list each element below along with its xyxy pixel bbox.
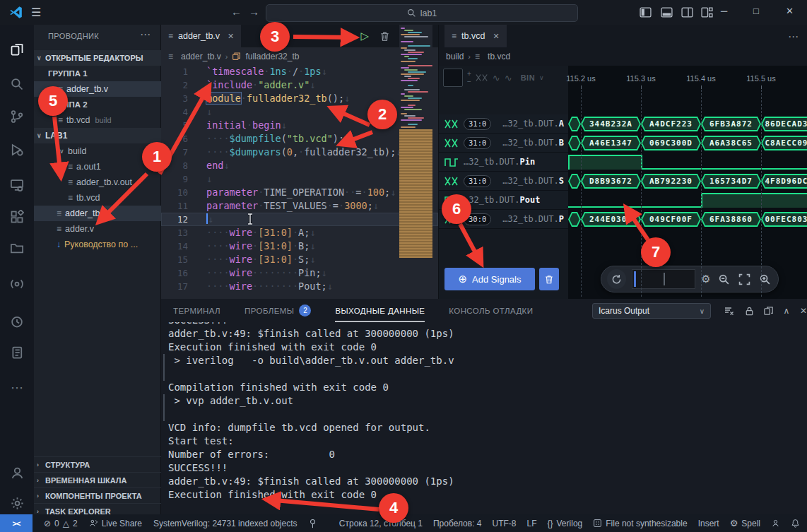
- insert-mode-status[interactable]: Insert: [698, 519, 719, 528]
- open-editors-header[interactable]: ∨ ОТКРЫТЫЕ РЕДАКТОРЫ: [34, 50, 161, 66]
- feedback-icon[interactable]: [771, 519, 780, 528]
- code-line-5[interactable]: 5initial·begin↓: [161, 119, 438, 132]
- panel-tab-консоль-отладки[interactable]: КОНСОЛЬ ОТЛАДКИ: [449, 299, 533, 322]
- code-line-1[interactable]: 1`timescale·1ns·/·1ps↓: [161, 65, 438, 78]
- signal-a[interactable]: 31:0…32_tb.DUT.A: [439, 114, 568, 134]
- code-line-17[interactable]: 17····wire········Pout;↓: [161, 280, 438, 293]
- wave-breadcrumb[interactable]: build › ≡ tb.vcd: [446, 47, 510, 65]
- minimap[interactable]: [399, 25, 432, 299]
- signal-s[interactable]: 31:0…32_tb.DUT.S: [439, 172, 568, 191]
- spell-checker-status[interactable]: ⚙Spell: [730, 518, 760, 528]
- code-area[interactable]: 1`timescale·1ns·/·1ps↓2`include·"adder.v…: [161, 65, 438, 299]
- run-button[interactable]: ▷: [360, 30, 369, 42]
- remove-signals-button[interactable]: [539, 268, 559, 290]
- add-signals-button[interactable]: ⊕ Add Signals: [444, 268, 535, 290]
- analog-format-icon-2[interactable]: ∿: [505, 73, 512, 83]
- output-console[interactable]: SUCCESS!!!adder_tb.v:49: $finish called …: [168, 314, 807, 514]
- notebook-icon[interactable]: [0, 337, 34, 368]
- source-control-icon[interactable]: [0, 101, 34, 132]
- code-line-10[interactable]: 10parameter·TIME_OPERATION··=·100;↓: [161, 186, 438, 199]
- back-icon[interactable]: ←: [231, 6, 242, 18]
- code-line-6[interactable]: 6····$dumpfile("tb.vcd");↓: [161, 132, 438, 146]
- toggle-sidebar-icon[interactable]: [640, 6, 652, 18]
- lock-scroll-icon[interactable]: [743, 305, 755, 317]
- ports-plug-icon[interactable]: [309, 519, 317, 528]
- code-line-13[interactable]: 13····wire·[31:0]·A;↓: [161, 226, 438, 240]
- cursor-value-box[interactable]: [443, 69, 463, 87]
- code-line-7[interactable]: 7····$dumpvars(0,·fulladder32_tb);↓: [161, 146, 438, 159]
- problems-status[interactable]: ⊘0 △2: [44, 519, 78, 528]
- wave-settings-gear-icon[interactable]: ⚙: [701, 273, 710, 285]
- expand-collapse-controls[interactable]: +−: [467, 70, 471, 85]
- zoom-in-icon[interactable]: [758, 271, 772, 287]
- toggle-panel-icon[interactable]: [661, 6, 673, 18]
- signal-b[interactable]: 31:0…32_tb.DUT.B: [439, 134, 568, 153]
- workspace-root-lab1[interactable]: ∨ LAB1: [34, 128, 161, 143]
- clear-output-icon[interactable]: [723, 305, 736, 317]
- customize-layout-icon[interactable]: [701, 6, 713, 18]
- close-panel-icon[interactable]: ✕: [797, 305, 807, 317]
- search-sidebar-icon[interactable]: [0, 69, 34, 100]
- minimize-icon[interactable]: ─: [721, 6, 727, 16]
- live-share-icon[interactable]: [0, 268, 34, 300]
- code-line-3[interactable]: 3module·fulladder32_tb();↓: [161, 92, 438, 105]
- output-channel-select[interactable]: Icarus Output ∨: [592, 303, 711, 319]
- signal-pin[interactable]: …32_tb.DUT.Pin: [439, 153, 568, 172]
- section-структура[interactable]: ›СТРУКТУРА: [34, 456, 161, 473]
- timer-icon[interactable]: [0, 306, 34, 337]
- maximize-icon[interactable]: □: [753, 6, 759, 16]
- run-debug-icon[interactable]: [0, 134, 34, 165]
- section-временная-шкала[interactable]: ›ВРЕМЕННАЯ ШКАЛА: [34, 472, 161, 488]
- code-line-16[interactable]: 16····wire········Pin;↓: [161, 266, 438, 280]
- sidebar-more-icon[interactable]: ⋯: [140, 28, 151, 41]
- tab-adder-tb[interactable]: ≡ adder_tb.v ✕: [161, 25, 241, 47]
- more-views-icon[interactable]: ⋯: [0, 372, 34, 403]
- zoom-out-icon[interactable]: [717, 271, 731, 287]
- account-icon[interactable]: [0, 457, 34, 488]
- forward-icon[interactable]: →: [249, 6, 259, 18]
- code-line-14[interactable]: 14····wire·[31:0]·B;↓: [161, 240, 438, 253]
- code-line-12[interactable]: 12↓: [161, 213, 438, 226]
- code-line-15[interactable]: 15····wire·[31:0]·S;↓: [161, 253, 438, 266]
- synthesizable-status[interactable]: File not synthesizable: [593, 519, 687, 528]
- code-line-11[interactable]: 11parameter·TEST_VALUES·=·3000;↓: [161, 199, 438, 213]
- cursor-position-status[interactable]: Строка 12, столбец 1: [339, 519, 423, 528]
- panel-tab-проблемы[interactable]: ПРОБЛЕМЫ2: [245, 299, 311, 322]
- panel-tab-терминал[interactable]: ТЕРМИНАЛ: [173, 299, 220, 322]
- radix-select[interactable]: BIN: [521, 73, 535, 82]
- code-line-2[interactable]: 2`include·"adder.v"↓: [161, 78, 438, 92]
- code-line-8[interactable]: 8end↓: [161, 159, 438, 172]
- tab-tb-vcd[interactable]: ≡ tb.vcd ✕: [444, 25, 507, 47]
- live-share-status[interactable]: Live Share: [89, 519, 142, 528]
- time-tick: [761, 85, 762, 89]
- systemverilog-status[interactable]: SystemVerilog: 24731 indexed objects: [153, 519, 297, 528]
- bus-value-text: A4DCF223: [641, 117, 701, 131]
- wave-more-actions-icon[interactable]: ⋯: [788, 30, 799, 43]
- zoom-fit-icon[interactable]: [737, 271, 752, 287]
- trash-icon[interactable]: [379, 31, 390, 42]
- panel-tab-выходные-данные[interactable]: ВЫХОДНЫЕ ДАННЫЕ: [335, 299, 425, 322]
- extensions-icon[interactable]: [0, 201, 34, 232]
- close-tab-icon[interactable]: ✕: [228, 32, 234, 41]
- remote-indicator[interactable]: ><: [0, 514, 33, 532]
- explorer-icon[interactable]: [0, 34, 34, 65]
- reload-waveform-button[interactable]: [607, 269, 626, 289]
- section-компоненты-проекта[interactable]: ›КОМПОНЕНТЫ ПРОЕКТА: [34, 487, 161, 504]
- encoding-status[interactable]: UTF-8: [493, 519, 517, 528]
- search-input[interactable]: lab1: [266, 4, 578, 22]
- indentation-status[interactable]: Пробелов: 4: [433, 519, 482, 528]
- notifications-bell-icon[interactable]: [791, 519, 800, 528]
- bus-format-icon[interactable]: [476, 73, 488, 82]
- language-mode-status[interactable]: {}Verilog: [548, 519, 583, 528]
- open-in-editor-icon[interactable]: [762, 305, 774, 317]
- remote-explorer-icon[interactable]: [0, 170, 34, 201]
- project-manager-icon[interactable]: [0, 232, 34, 264]
- close-window-icon[interactable]: ✕: [786, 6, 794, 16]
- toggle-secondary-sidebar-icon[interactable]: [681, 6, 693, 18]
- code-line-9[interactable]: 9↓: [161, 172, 438, 186]
- menu-icon[interactable]: ☰: [31, 6, 41, 19]
- close-tab-icon[interactable]: ✕: [493, 32, 499, 41]
- analog-format-icon[interactable]: ∿: [493, 73, 500, 83]
- maximize-panel-icon[interactable]: ∧: [780, 305, 793, 317]
- eol-status[interactable]: LF: [527, 519, 537, 528]
